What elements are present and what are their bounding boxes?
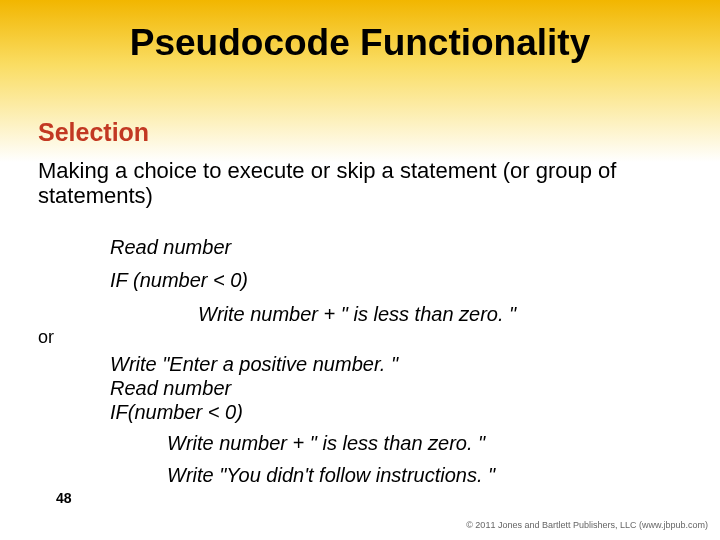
page-number: 48 bbox=[56, 490, 72, 506]
code-line: IF (number < 0) bbox=[110, 264, 248, 296]
intro-text: Making a choice to execute or skip a sta… bbox=[38, 159, 682, 208]
slide: Pseudocode Functionality Selection Makin… bbox=[0, 0, 720, 540]
copyright-text: © 2011 Jones and Bartlett Publishers, LL… bbox=[466, 520, 708, 530]
code-line: IF(number < 0) bbox=[110, 397, 243, 428]
code-line: Write number + " is less than zero. " bbox=[167, 428, 485, 459]
section-heading: Selection bbox=[38, 118, 149, 147]
code-line: Read number bbox=[110, 231, 231, 263]
slide-title: Pseudocode Functionality bbox=[0, 22, 720, 64]
code-line: Write number + " is less than zero. " bbox=[198, 298, 516, 330]
or-label: or bbox=[38, 327, 54, 348]
code-line: Write "You didn't follow instructions. " bbox=[167, 460, 495, 491]
